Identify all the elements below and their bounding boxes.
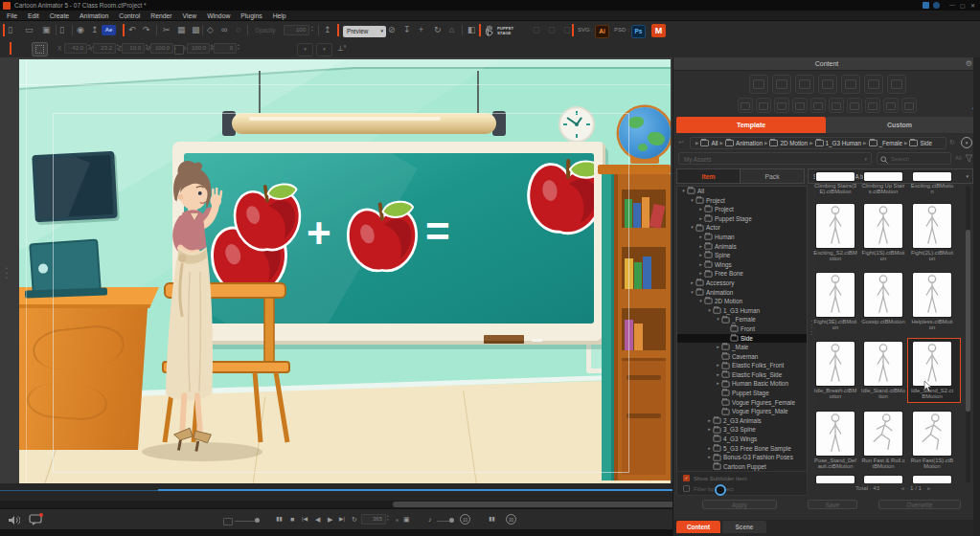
puppet-stage-button[interactable]: PUPPETSTAGE <box>485 24 513 37</box>
overwrite-button[interactable]: Overwrite <box>878 500 961 509</box>
fps-gauge-large[interactable]: 30 <box>506 514 516 525</box>
tree-caret[interactable]: ▸ <box>697 242 704 252</box>
timeline-playhead-handle[interactable] <box>715 484 726 496</box>
tree-caret[interactable]: ▸ <box>715 361 721 370</box>
grid-thumbnail[interactable] <box>913 342 951 386</box>
filter-all-label[interactable]: All <box>955 155 962 161</box>
ghost-icon[interactable]: ◌ <box>236 25 240 34</box>
tree-caret[interactable]: ▸ <box>715 370 721 380</box>
grid-thumbnail-partial[interactable] <box>864 172 902 181</box>
tree-caret[interactable]: ▾ <box>706 306 713 316</box>
key-edit-icon[interactable]: ◇ <box>207 25 214 34</box>
cat2-icon-8[interactable] <box>865 98 880 113</box>
speed-slider-knob[interactable] <box>449 518 454 523</box>
tree-item-human[interactable]: ▸Human <box>677 233 807 242</box>
grid-thumbnail[interactable] <box>913 273 951 317</box>
tree-caret[interactable]: ▾ <box>697 297 704 306</box>
category-scene-icon[interactable] <box>818 75 837 94</box>
breadcrumb-item[interactable]: Animation <box>736 140 763 146</box>
fps-gauge-small[interactable]: 10 <box>460 514 470 525</box>
tab-item[interactable]: Item <box>676 168 741 184</box>
tree-item-elastic-folks-front[interactable]: ▸Elastic Folks_Front <box>677 361 807 370</box>
my-assets-dropdown[interactable]: My Assets ▾ <box>678 152 872 165</box>
menu-animation[interactable]: Animation <box>80 12 108 19</box>
opacity-field[interactable]: 100 <box>284 25 309 35</box>
mini-slider-knob[interactable] <box>255 518 260 523</box>
tree-caret[interactable]: ▸ <box>706 416 713 426</box>
grid-thumbnail[interactable] <box>913 412 951 456</box>
save-button[interactable]: Save <box>808 500 857 509</box>
record-dot[interactable] <box>396 519 399 522</box>
grid-thumbnail[interactable] <box>864 204 902 248</box>
tree-caret[interactable]: ▸ <box>697 205 704 214</box>
after-effects-badge[interactable]: Ae <box>102 25 116 35</box>
tree-item-2d-motion[interactable]: ▾2D Motion <box>677 297 807 306</box>
tab-template[interactable]: Template <box>676 117 826 133</box>
tree-item-project[interactable]: ▸Project <box>677 205 807 214</box>
tree-caret[interactable]: ▸ <box>706 444 713 454</box>
tree-caret[interactable]: ▸ <box>715 343 721 352</box>
grid-thumbnail[interactable] <box>913 204 951 248</box>
category-image-icon[interactable] <box>841 75 860 94</box>
tree-item-animation[interactable]: ▾Animation <box>677 288 807 298</box>
tab-content[interactable]: Content <box>676 521 720 533</box>
frame-number-field[interactable]: 365 <box>361 514 386 525</box>
tree-item-puppet-stage[interactable]: ▸Puppet Stage <box>677 214 807 224</box>
cat2-icon-7[interactable] <box>847 98 862 113</box>
prev-page-icon[interactable]: ◀ <box>900 485 904 491</box>
viewport[interactable]: + = <box>0 57 673 501</box>
tree-item-vogue-figures-female[interactable]: Vogue Figures_Female <box>677 398 807 408</box>
tree-item-3-g3-spine[interactable]: ▸3_G3 Spine <box>677 425 807 435</box>
category-effect-icon[interactable] <box>864 75 883 94</box>
tray-icon-blue[interactable] <box>923 2 929 9</box>
tree-item-wings[interactable]: ▸Wings <box>677 260 807 270</box>
mask-icon[interactable]: ◻ <box>563 25 570 34</box>
feedback-icon[interactable] <box>29 513 43 525</box>
tree-item-side[interactable]: Side <box>677 334 807 344</box>
tree-caret[interactable]: ▸ <box>697 233 704 242</box>
tree-caret[interactable]: ▸ <box>706 453 713 462</box>
new-project-icon[interactable]: ▯ <box>8 25 12 34</box>
grid-thumbnail[interactable] <box>816 273 855 317</box>
export-icon[interactable]: ↥ <box>91 25 99 34</box>
grid-scrollbar[interactable] <box>966 186 970 482</box>
transform-w-field[interactable]: 100.0 <box>150 43 173 54</box>
camera-button[interactable]: ▣ <box>403 515 410 524</box>
content-panel-header[interactable]: Content ⚙ <box>673 57 980 71</box>
transform-r-spinner[interactable]: ▴▾ <box>238 44 239 51</box>
tree-item-5-g3-free-bone-sample[interactable]: ▸5_G3 Free Bone Sample <box>677 444 807 454</box>
cat2-icon-6[interactable] <box>829 98 844 113</box>
selection-bounding-box[interactable] <box>53 113 629 473</box>
tree-item-1-g3-human[interactable]: ▾1_G3 Human <box>677 306 807 316</box>
cat2-icon-9[interactable] <box>883 98 899 113</box>
breadcrumb-item[interactable]: _Female <box>879 140 903 146</box>
dock-chevron-2[interactable]: ▾ <box>316 43 332 56</box>
close-button[interactable]: ✕ <box>970 2 975 9</box>
grid-thumbnail[interactable] <box>816 412 855 456</box>
filter-checkbox[interactable] <box>683 485 690 492</box>
timeline-track[interactable] <box>158 489 721 491</box>
search-input[interactable]: Search <box>877 152 951 165</box>
tree-item-free-bone[interactable]: ▸Free Bone <box>677 269 807 279</box>
grid-thumbnail[interactable] <box>864 342 902 386</box>
cat2-icon-5[interactable] <box>810 98 826 113</box>
move-tool-icon[interactable]: + <box>419 25 423 34</box>
tree-caret[interactable]: ▸ <box>689 279 695 288</box>
send-up-icon[interactable]: ↥ <box>324 25 331 34</box>
flatten-icon[interactable]: ◧ <box>467 25 476 34</box>
cat2-icon-2[interactable] <box>756 98 771 113</box>
menu-file[interactable]: File <box>7 12 17 19</box>
tree-item-4-g3-wings[interactable]: 4_G3 Wings <box>677 435 807 444</box>
gear-icon[interactable]: ⚙ <box>966 59 972 68</box>
apply-button[interactable]: Apply <box>702 500 777 509</box>
transform-x-field[interactable]: 42.0 <box>64 43 87 54</box>
menu-window[interactable]: Window <box>207 12 230 19</box>
pin-icon[interactable]: ↧ <box>403 25 411 34</box>
save-project-icon[interactable]: ▣ <box>42 25 51 34</box>
grid-thumbnail-partial[interactable] <box>816 172 855 181</box>
cat2-icon-4[interactable] <box>792 98 808 113</box>
cat2-icon-1[interactable] <box>738 98 753 113</box>
tree-caret[interactable]: ▸ <box>697 269 704 279</box>
tree-item-front[interactable]: Front <box>677 324 807 334</box>
tree-item-vogue-figures-male[interactable]: Vogue Figures_Male <box>677 407 807 416</box>
